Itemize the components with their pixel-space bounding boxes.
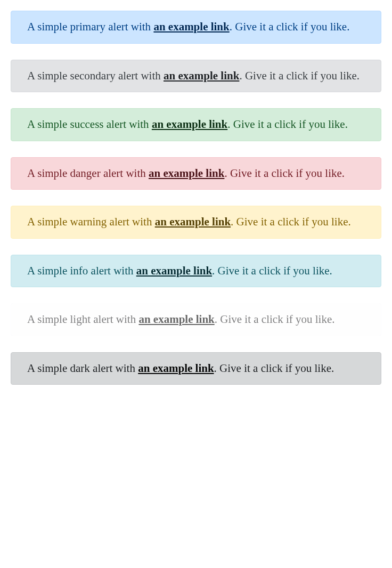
alert-text-prefix: A simple info alert with (27, 264, 136, 277)
alert-dark-link[interactable]: an example link (138, 362, 214, 375)
alert-info: A simple info alert with an example link… (11, 255, 381, 288)
alert-success-link[interactable]: an example link (152, 118, 227, 131)
alert-text-suffix: . Give it a click if you like. (227, 118, 348, 131)
alert-text-suffix: . Give it a click if you like. (214, 362, 334, 375)
alert-success: A simple success alert with an example l… (11, 108, 381, 141)
alert-secondary-link[interactable]: an example link (164, 69, 239, 82)
alert-primary: A simple primary alert with an example l… (11, 11, 381, 44)
alert-primary-link[interactable]: an example link (153, 20, 229, 33)
alert-text-prefix: A simple danger alert with (27, 167, 149, 180)
alert-secondary: A simple secondary alert with an example… (11, 60, 381, 93)
alert-light: A simple light alert with an example lin… (11, 303, 381, 336)
alert-text-suffix: . Give it a click if you like. (230, 20, 350, 33)
alert-text-suffix: . Give it a click if you like. (239, 69, 360, 82)
alert-text-suffix: . Give it a click if you like. (215, 313, 335, 326)
alert-text-suffix: . Give it a click if you like. (231, 215, 351, 228)
alert-danger: A simple danger alert with an example li… (11, 157, 381, 190)
alert-info-link[interactable]: an example link (136, 264, 212, 277)
alerts-container: A simple primary alert with an example l… (0, 0, 392, 411)
alert-text-suffix: . Give it a click if you like. (224, 167, 345, 180)
alert-warning-link[interactable]: an example link (155, 215, 231, 228)
alert-danger-link[interactable]: an example link (149, 167, 224, 180)
alert-warning: A simple warning alert with an example l… (11, 206, 381, 239)
alert-text-prefix: A simple primary alert with (27, 20, 153, 33)
alert-text-prefix: A simple light alert with (27, 313, 138, 326)
alert-dark: A simple dark alert with an example link… (11, 352, 381, 385)
alert-text-prefix: A simple success alert with (27, 118, 152, 131)
alert-text-prefix: A simple warning alert with (27, 215, 155, 228)
alert-text-suffix: . Give it a click if you like. (212, 264, 332, 277)
alert-text-prefix: A simple dark alert with (27, 362, 138, 375)
alert-light-link[interactable]: an example link (138, 313, 214, 326)
alert-text-prefix: A simple secondary alert with (27, 69, 164, 82)
